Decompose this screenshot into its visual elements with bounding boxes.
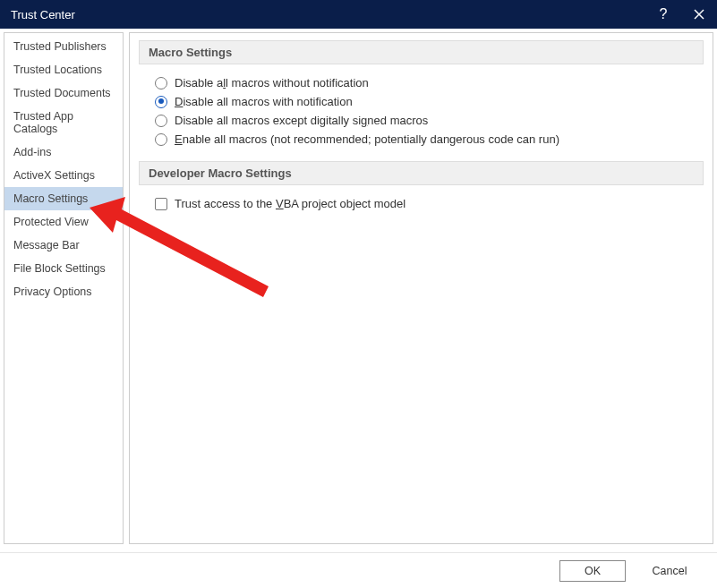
radio-icon (155, 96, 167, 108)
sidebar-item-label: ActiveX Settings (13, 169, 95, 182)
dialog-footer: OK Cancel (0, 552, 717, 588)
sidebar-item-label: Protected View (13, 216, 89, 228)
help-button[interactable]: ? (645, 0, 681, 29)
titlebar: Trust Center ? (0, 0, 717, 29)
option-label: Trust access to the VBA project object m… (175, 197, 405, 210)
sidebar-item-privacy-options[interactable]: Privacy Options (4, 280, 123, 303)
developer-options: Trust access to the VBA project object m… (139, 194, 704, 226)
close-button[interactable] (681, 0, 717, 29)
sidebar-item-trusted-documents[interactable]: Trusted Documents (4, 81, 123, 105)
radio-icon (155, 77, 167, 89)
sidebar-item-label: Macro Settings (13, 192, 88, 205)
sidebar-item-activex-settings[interactable]: ActiveX Settings (4, 164, 123, 187)
sidebar-item-macro-settings[interactable]: Macro Settings (4, 187, 123, 210)
macro-option-enable-all[interactable]: Enable all macros (not recommended; pote… (155, 130, 687, 149)
sidebar: Trusted Publishers Trusted Locations Tru… (4, 32, 124, 544)
sidebar-item-label: Message Bar (13, 239, 80, 251)
sidebar-item-file-block-settings[interactable]: File Block Settings (4, 257, 123, 280)
option-label: Disable all macros without notification (175, 76, 369, 89)
sidebar-item-trusted-publishers[interactable]: Trusted Publishers (4, 35, 123, 58)
sidebar-item-label: Privacy Options (13, 285, 92, 298)
developer-macro-header: Developer Macro Settings (139, 161, 704, 185)
sidebar-item-label: Trusted Documents (13, 87, 111, 99)
macro-option-disable-with-notify[interactable]: Disable all macros with notification (155, 92, 687, 111)
window-title: Trust Center (11, 8, 645, 21)
cancel-button[interactable]: Cancel (636, 560, 703, 582)
sidebar-item-label: File Block Settings (13, 262, 106, 275)
close-icon (694, 9, 704, 20)
radio-icon (155, 115, 167, 127)
sidebar-item-trusted-locations[interactable]: Trusted Locations (4, 58, 123, 81)
sidebar-item-label: Trusted Locations (13, 64, 102, 76)
macro-option-disable-no-notify[interactable]: Disable all macros without notification (155, 73, 687, 92)
macro-options: Disable all macros without notification … (139, 73, 704, 161)
macro-option-disable-except-signed[interactable]: Disable all macros except digitally sign… (155, 111, 687, 130)
sidebar-item-add-ins[interactable]: Add-ins (4, 141, 123, 164)
sidebar-item-label: Trusted Publishers (13, 40, 107, 53)
option-label: Disable all macros except digitally sign… (175, 114, 428, 127)
sidebar-item-label: Add-ins (13, 146, 51, 158)
main-panel: Macro Settings Disable all macros withou… (129, 32, 713, 544)
trust-vba-access[interactable]: Trust access to the VBA project object m… (155, 194, 687, 213)
sidebar-item-protected-view[interactable]: Protected View (4, 210, 123, 234)
option-label: Enable all macros (not recommended; pote… (175, 132, 559, 146)
content-area: Trusted Publishers Trusted Locations Tru… (0, 29, 717, 548)
option-label: Disable all macros with notification (175, 95, 353, 108)
sidebar-item-message-bar[interactable]: Message Bar (4, 234, 123, 257)
macro-settings-header: Macro Settings (139, 40, 704, 64)
sidebar-item-trusted-app-catalogs[interactable]: Trusted App Catalogs (4, 105, 123, 141)
sidebar-item-label: Trusted App Catalogs (13, 110, 73, 135)
ok-button[interactable]: OK (559, 560, 626, 582)
checkbox-icon (155, 198, 167, 210)
radio-icon (155, 133, 167, 146)
